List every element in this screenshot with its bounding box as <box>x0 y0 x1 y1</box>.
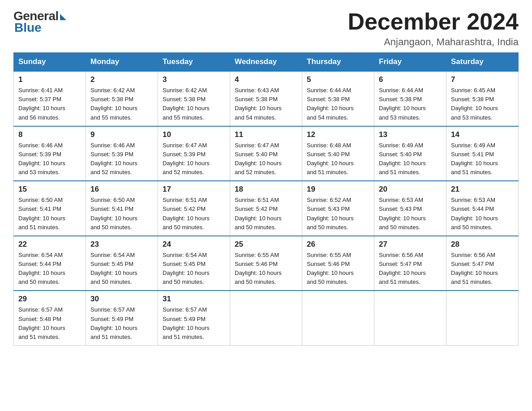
table-row: 17 Sunrise: 6:51 AM Sunset: 5:42 PM Dayl… <box>158 181 230 236</box>
day-info: Sunrise: 6:51 AM Sunset: 5:42 PM Dayligh… <box>163 196 225 232</box>
day-number: 12 <box>307 130 369 139</box>
table-row: 10 Sunrise: 6:47 AM Sunset: 5:39 PM Dayl… <box>158 126 230 181</box>
day-number: 22 <box>18 240 81 249</box>
table-row: 5 Sunrise: 6:44 AM Sunset: 5:38 PM Dayli… <box>302 71 374 126</box>
day-number: 26 <box>307 240 369 249</box>
table-row: 2 Sunrise: 6:42 AM Sunset: 5:38 PM Dayli… <box>86 71 158 126</box>
month-title: December 2024 <box>348 9 519 34</box>
day-info: Sunrise: 6:52 AM Sunset: 5:43 PM Dayligh… <box>307 196 369 232</box>
day-info: Sunrise: 6:54 AM Sunset: 5:45 PM Dayligh… <box>163 251 225 287</box>
table-row: 6 Sunrise: 6:44 AM Sunset: 5:38 PM Dayli… <box>374 71 446 126</box>
day-info: Sunrise: 6:50 AM Sunset: 5:41 PM Dayligh… <box>18 196 81 232</box>
day-info: Sunrise: 6:44 AM Sunset: 5:38 PM Dayligh… <box>379 86 442 122</box>
day-info: Sunrise: 6:53 AM Sunset: 5:43 PM Dayligh… <box>379 196 442 232</box>
table-row: 4 Sunrise: 6:43 AM Sunset: 5:38 PM Dayli… <box>230 71 302 126</box>
table-row: 31 Sunrise: 6:57 AM Sunset: 5:49 PM Dayl… <box>158 291 230 345</box>
day-info: Sunrise: 6:43 AM Sunset: 5:38 PM Dayligh… <box>235 86 297 122</box>
day-info: Sunrise: 6:46 AM Sunset: 5:39 PM Dayligh… <box>90 141 153 177</box>
day-number: 11 <box>235 130 297 139</box>
day-number: 14 <box>451 130 514 139</box>
day-info: Sunrise: 6:57 AM Sunset: 5:49 PM Dayligh… <box>90 305 153 342</box>
day-number: 8 <box>18 130 81 139</box>
day-number: 24 <box>163 240 225 249</box>
day-number: 18 <box>235 185 297 194</box>
calendar-header-row: SundayMondayTuesdayWednesdayThursdayFrid… <box>14 53 519 72</box>
day-info: Sunrise: 6:55 AM Sunset: 5:46 PM Dayligh… <box>307 251 369 287</box>
day-number: 4 <box>235 75 297 84</box>
day-number: 31 <box>163 295 225 304</box>
day-number: 20 <box>379 185 442 194</box>
day-info: Sunrise: 6:42 AM Sunset: 5:38 PM Dayligh… <box>163 86 225 122</box>
table-row: 24 Sunrise: 6:54 AM Sunset: 5:45 PM Dayl… <box>158 236 230 291</box>
header-tuesday: Tuesday <box>158 53 230 72</box>
table-row: 12 Sunrise: 6:48 AM Sunset: 5:40 PM Dayl… <box>302 126 374 181</box>
header-thursday: Thursday <box>302 53 374 72</box>
day-info: Sunrise: 6:53 AM Sunset: 5:44 PM Dayligh… <box>451 196 514 232</box>
table-row: 8 Sunrise: 6:46 AM Sunset: 5:39 PM Dayli… <box>14 126 86 181</box>
day-number: 10 <box>163 130 225 139</box>
table-row: 28 Sunrise: 6:56 AM Sunset: 5:47 PM Dayl… <box>446 236 519 291</box>
day-info: Sunrise: 6:42 AM Sunset: 5:38 PM Dayligh… <box>90 86 153 122</box>
header-wednesday: Wednesday <box>230 53 302 72</box>
table-row: 3 Sunrise: 6:42 AM Sunset: 5:38 PM Dayli… <box>158 71 230 126</box>
day-number: 21 <box>451 185 514 194</box>
day-info: Sunrise: 6:46 AM Sunset: 5:39 PM Dayligh… <box>18 141 81 177</box>
table-row <box>302 291 374 345</box>
table-row: 14 Sunrise: 6:49 AM Sunset: 5:41 PM Dayl… <box>446 126 519 181</box>
table-row: 22 Sunrise: 6:54 AM Sunset: 5:44 PM Dayl… <box>14 236 86 291</box>
table-row: 15 Sunrise: 6:50 AM Sunset: 5:41 PM Dayl… <box>14 181 86 236</box>
table-row <box>374 291 446 345</box>
day-info: Sunrise: 6:48 AM Sunset: 5:40 PM Dayligh… <box>307 141 369 177</box>
table-row <box>230 291 302 345</box>
day-info: Sunrise: 6:47 AM Sunset: 5:39 PM Dayligh… <box>163 141 225 177</box>
table-row: 16 Sunrise: 6:50 AM Sunset: 5:41 PM Dayl… <box>86 181 158 236</box>
table-row: 30 Sunrise: 6:57 AM Sunset: 5:49 PM Dayl… <box>86 291 158 345</box>
day-info: Sunrise: 6:51 AM Sunset: 5:42 PM Dayligh… <box>235 196 297 232</box>
title-area: December 2024 Anjangaon, Maharashtra, In… <box>348 9 519 48</box>
day-number: 6 <box>379 75 442 84</box>
calendar-week-1: 1 Sunrise: 6:41 AM Sunset: 5:37 PM Dayli… <box>14 71 519 126</box>
logo-blue-text: Blue <box>14 21 42 35</box>
day-number: 9 <box>90 130 153 139</box>
table-row: 20 Sunrise: 6:53 AM Sunset: 5:43 PM Dayl… <box>374 181 446 236</box>
day-info: Sunrise: 6:56 AM Sunset: 5:47 PM Dayligh… <box>379 251 442 287</box>
day-number: 19 <box>307 185 369 194</box>
day-info: Sunrise: 6:55 AM Sunset: 5:46 PM Dayligh… <box>235 251 297 287</box>
day-number: 27 <box>379 240 442 249</box>
day-info: Sunrise: 6:44 AM Sunset: 5:38 PM Dayligh… <box>307 86 369 122</box>
page-header: General Blue December 2024 Anjangaon, Ma… <box>13 9 519 48</box>
calendar-table: SundayMondayTuesdayWednesdayThursdayFrid… <box>13 52 519 346</box>
table-row: 11 Sunrise: 6:47 AM Sunset: 5:40 PM Dayl… <box>230 126 302 181</box>
header-monday: Monday <box>86 53 158 72</box>
day-number: 17 <box>163 185 225 194</box>
table-row: 19 Sunrise: 6:52 AM Sunset: 5:43 PM Dayl… <box>302 181 374 236</box>
table-row: 26 Sunrise: 6:55 AM Sunset: 5:46 PM Dayl… <box>302 236 374 291</box>
day-number: 16 <box>90 185 153 194</box>
day-number: 7 <box>451 75 514 84</box>
day-info: Sunrise: 6:54 AM Sunset: 5:44 PM Dayligh… <box>18 251 81 287</box>
day-info: Sunrise: 6:47 AM Sunset: 5:40 PM Dayligh… <box>235 141 297 177</box>
table-row: 25 Sunrise: 6:55 AM Sunset: 5:46 PM Dayl… <box>230 236 302 291</box>
day-info: Sunrise: 6:49 AM Sunset: 5:41 PM Dayligh… <box>451 141 514 177</box>
table-row: 27 Sunrise: 6:56 AM Sunset: 5:47 PM Dayl… <box>374 236 446 291</box>
calendar-week-3: 15 Sunrise: 6:50 AM Sunset: 5:41 PM Dayl… <box>14 181 519 236</box>
table-row <box>446 291 519 345</box>
day-number: 1 <box>18 75 81 84</box>
table-row: 29 Sunrise: 6:57 AM Sunset: 5:48 PM Dayl… <box>14 291 86 345</box>
day-number: 30 <box>90 295 153 304</box>
day-number: 2 <box>90 75 153 84</box>
day-number: 25 <box>235 240 297 249</box>
logo: General Blue <box>13 9 66 35</box>
day-info: Sunrise: 6:45 AM Sunset: 5:38 PM Dayligh… <box>451 86 514 122</box>
day-info: Sunrise: 6:41 AM Sunset: 5:37 PM Dayligh… <box>18 86 81 122</box>
day-number: 5 <box>307 75 369 84</box>
header-sunday: Sunday <box>14 53 86 72</box>
table-row: 21 Sunrise: 6:53 AM Sunset: 5:44 PM Dayl… <box>446 181 519 236</box>
day-info: Sunrise: 6:57 AM Sunset: 5:49 PM Dayligh… <box>163 305 225 342</box>
day-number: 13 <box>379 130 442 139</box>
table-row: 13 Sunrise: 6:49 AM Sunset: 5:40 PM Dayl… <box>374 126 446 181</box>
day-number: 28 <box>451 240 514 249</box>
calendar-week-2: 8 Sunrise: 6:46 AM Sunset: 5:39 PM Dayli… <box>14 126 519 181</box>
day-number: 29 <box>18 295 81 304</box>
table-row: 18 Sunrise: 6:51 AM Sunset: 5:42 PM Dayl… <box>230 181 302 236</box>
